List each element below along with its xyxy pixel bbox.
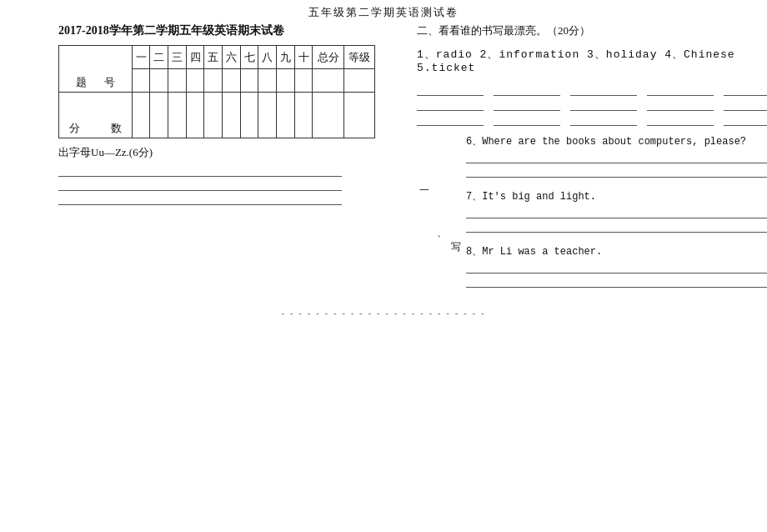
val-5 <box>204 69 223 93</box>
chinese-line-1 <box>647 83 714 96</box>
output-lines <box>58 165 400 205</box>
section-two-header: 二、看看谁的书写最漂亮。（20分） <box>417 23 767 38</box>
bottom-section: 出字母Uu—Zz.(6分) <box>58 145 400 205</box>
val-4 <box>186 69 204 93</box>
score-1 <box>132 93 150 138</box>
val-3 <box>168 69 187 93</box>
section-two-title: 二、看看谁的书写最漂亮。（20分） <box>417 23 767 38</box>
output-line-1 <box>58 165 342 177</box>
vertical-xie-label: 、写 <box>434 234 463 244</box>
col-4: 四 <box>186 46 204 69</box>
col-8: 八 <box>258 46 277 69</box>
page-footer: - - - - - - - - - - - - - - - - - - - - … <box>0 308 767 318</box>
question-8-block: 8、Mr Li was a teacher. <box>466 244 767 288</box>
question-6-lines <box>466 152 767 178</box>
col-5: 五 <box>204 46 223 69</box>
col-2: 二 <box>150 46 168 69</box>
question-8-text: 8、Mr Li was a teacher. <box>466 244 767 258</box>
score-3 <box>168 93 187 138</box>
score-table-container: 题号 一 二 三 四 五 六 七 八 九 十 总分 等级 <box>50 45 400 138</box>
output-title: 出字母Uu—Zz.(6分) <box>58 145 400 160</box>
score-table: 题号 一 二 三 四 五 六 七 八 九 十 总分 等级 <box>58 45 375 138</box>
score-4 <box>186 93 204 138</box>
right-panel: 二、看看谁的书写最漂亮。（20分） 1、radio 2、information … <box>400 23 767 299</box>
radio-line-3 <box>417 113 484 126</box>
questions-container: 一 、写 6、Where are the books about compute… <box>417 134 767 299</box>
val-1 <box>132 69 150 93</box>
table-header-row: 题号 一 二 三 四 五 六 七 八 九 十 总分 等级 <box>59 46 375 69</box>
word-lines-ticket <box>724 83 767 128</box>
fen-shu-cell: 分数 <box>59 93 133 138</box>
val-7 <box>240 69 258 93</box>
val-grade <box>343 69 374 93</box>
col-6: 六 <box>223 46 241 69</box>
q7-line-1 <box>466 207 767 218</box>
score-5 <box>204 93 223 138</box>
holiday-line-1 <box>570 83 637 96</box>
radio-line-2 <box>417 98 484 111</box>
col-9-top: 九 <box>277 46 295 69</box>
val-2 <box>150 69 168 93</box>
question-6-block: 6、Where are the books about computers, p… <box>466 134 767 178</box>
holiday-line-3 <box>570 113 637 126</box>
q6-line-2 <box>466 166 767 178</box>
info-line-1 <box>494 83 560 96</box>
question-7-text: 7、It's big and light. <box>466 189 767 203</box>
output-line-3 <box>58 193 342 205</box>
radio-line-1 <box>417 83 484 96</box>
word-lines-information <box>494 83 560 128</box>
chinese-line-3 <box>647 113 714 126</box>
chinese-line-2 <box>647 98 714 111</box>
val-10 <box>294 69 313 93</box>
ticket-line-2 <box>724 98 767 111</box>
question-6-text: 6、Where are the books about computers, p… <box>466 134 767 148</box>
main-content: 2017-2018学年第二学期五年级英语期末试卷 题号 一 二 三 四 五 六 … <box>0 23 767 299</box>
score-8 <box>258 93 277 138</box>
score-9 <box>277 93 295 138</box>
val-6 <box>223 69 241 93</box>
q8-line-1 <box>466 262 767 274</box>
col-7: 七 <box>240 46 258 69</box>
col-1: 一 <box>132 46 150 69</box>
exam-title: 2017-2018学年第二学期五年级英语期末试卷 <box>58 23 400 38</box>
question-7-lines <box>466 207 767 233</box>
val-total <box>313 69 343 93</box>
val-9 <box>277 69 295 93</box>
ticket-line-3 <box>724 113 767 126</box>
col-10: 十 <box>294 46 313 69</box>
info-line-3 <box>494 113 560 126</box>
q6-line-1 <box>466 152 767 163</box>
page-title: 五年级第二学期英语测试卷 <box>0 0 767 23</box>
q7-line-2 <box>466 221 767 233</box>
info-line-2 <box>494 98 560 111</box>
col-total: 总分 <box>313 46 343 69</box>
word-lines-chinese <box>647 83 714 128</box>
table-score-row: 分数 <box>59 93 375 138</box>
val-8 <box>258 69 277 93</box>
ticket-line-1 <box>724 83 767 96</box>
left-panel: 2017-2018学年第二学期五年级英语期末试卷 题号 一 二 三 四 五 六 … <box>50 23 400 299</box>
col-3: 三 <box>168 46 187 69</box>
score-6 <box>223 93 241 138</box>
word-lines-radio <box>417 83 484 128</box>
question-7-block: 7、It's big and light. <box>466 189 767 233</box>
score-grade <box>343 93 374 138</box>
question-8-lines <box>466 262 767 288</box>
holiday-line-2 <box>570 98 637 111</box>
q8-line-2 <box>466 276 767 288</box>
questions-main: 6、Where are the books about computers, p… <box>466 134 767 299</box>
words-list: 1、radio 2、information 3、holiday 4、Chines… <box>417 47 767 74</box>
col-grade: 等级 <box>343 46 374 69</box>
output-line-2 <box>58 179 342 191</box>
score-7 <box>240 93 258 138</box>
score-10 <box>294 93 313 138</box>
score-2 <box>150 93 168 138</box>
score-total <box>313 93 343 138</box>
ti-hao-cell: 题号 <box>59 46 133 93</box>
word-lines-group <box>417 83 767 128</box>
page-container: 五年级第二学期英语测试卷 2017-2018学年第二学期五年级英语期末试卷 题号… <box>0 0 767 318</box>
word-lines-holiday <box>570 83 637 128</box>
